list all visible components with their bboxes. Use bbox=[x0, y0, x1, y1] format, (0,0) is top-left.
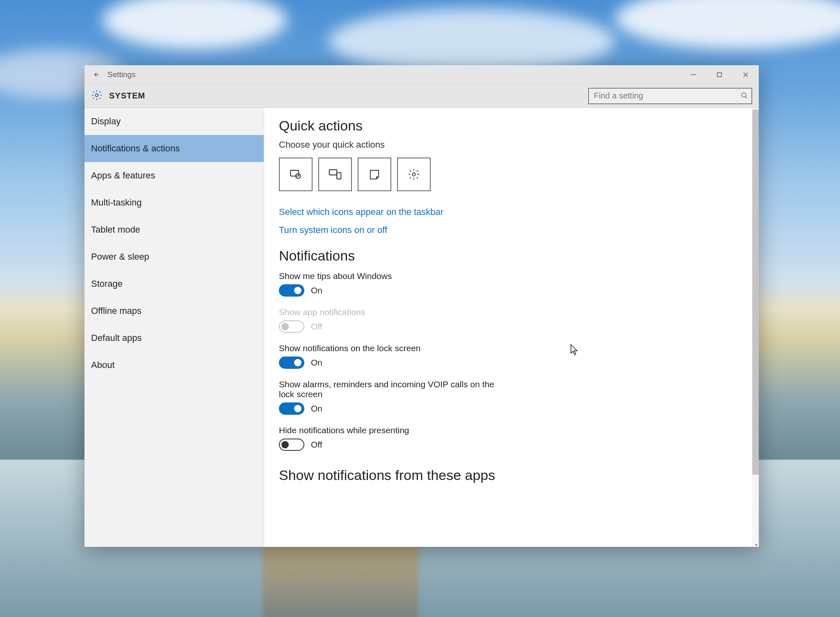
notifications-heading: Notifications bbox=[279, 248, 744, 264]
link-taskbar-icons[interactable]: Select which icons appear on the taskbar bbox=[279, 207, 744, 217]
breadcrumb: SYSTEM bbox=[109, 91, 145, 101]
settings-window: Settings SYSTEM Dis bbox=[84, 65, 759, 547]
toggle-app-notifications bbox=[279, 320, 304, 333]
window-controls bbox=[680, 65, 759, 84]
quick-action-tablet-mode[interactable] bbox=[279, 158, 313, 191]
search-wrap bbox=[588, 88, 752, 104]
sidebar-item-label: Offline maps bbox=[91, 306, 142, 316]
sidebar-item-multi-tasking[interactable]: Multi-tasking bbox=[84, 189, 264, 216]
maximize-button[interactable] bbox=[706, 65, 733, 84]
content-pane: Quick actions Choose your quick actions … bbox=[264, 108, 759, 547]
subheader: SYSTEM bbox=[84, 84, 759, 108]
sidebar-item-label: Tablet mode bbox=[91, 224, 140, 235]
scrollbar-thumb[interactable] bbox=[752, 110, 759, 475]
search-icon bbox=[741, 92, 748, 101]
sidebar-item-label: Storage bbox=[91, 279, 123, 289]
apps-notifications-heading: Show notifications from these apps bbox=[279, 467, 744, 483]
setting-app-notifications: Show app notifications Off bbox=[279, 307, 744, 333]
setting-lock-screen-notifications: Show notifications on the lock screen On bbox=[279, 343, 744, 369]
sidebar-item-label: Power & sleep bbox=[91, 251, 149, 262]
sidebar-item-display[interactable]: Display bbox=[84, 108, 264, 135]
setting-tips: Show me tips about Windows On bbox=[279, 271, 744, 297]
quick-action-note[interactable] bbox=[358, 158, 391, 191]
sidebar-item-apps-features[interactable]: Apps & features bbox=[84, 162, 264, 189]
setting-label: Show app notifications bbox=[279, 307, 509, 317]
sidebar: Display Notifications & actions Apps & f… bbox=[84, 108, 264, 547]
svg-line-6 bbox=[745, 96, 747, 98]
svg-point-11 bbox=[412, 173, 415, 176]
titlebar: Settings bbox=[84, 65, 759, 84]
setting-label: Show notifications on the lock screen bbox=[279, 343, 509, 353]
toggle-state-text: On bbox=[311, 286, 322, 295]
svg-point-4 bbox=[96, 94, 98, 96]
quick-action-connect[interactable] bbox=[318, 158, 352, 191]
scroll-down-icon[interactable]: ▾ bbox=[755, 542, 758, 547]
search-input[interactable] bbox=[588, 88, 752, 104]
svg-rect-10 bbox=[337, 173, 341, 179]
back-button[interactable] bbox=[88, 65, 106, 84]
link-system-icons[interactable]: Turn system icons on or off bbox=[279, 225, 744, 235]
toggle-hide-presenting[interactable] bbox=[279, 439, 304, 451]
svg-rect-9 bbox=[329, 170, 337, 175]
sidebar-item-default-apps[interactable]: Default apps bbox=[84, 324, 264, 352]
sidebar-item-label: Default apps bbox=[91, 333, 142, 343]
setting-label: Hide notifications while presenting bbox=[279, 425, 509, 435]
sidebar-item-tablet-mode[interactable]: Tablet mode bbox=[84, 216, 264, 243]
sidebar-item-label: Display bbox=[91, 116, 121, 127]
quick-action-all-settings[interactable] bbox=[397, 158, 431, 191]
quick-actions-tiles bbox=[279, 158, 744, 191]
minimize-button[interactable] bbox=[680, 65, 706, 84]
setting-label: Show alarms, reminders and incoming VOIP… bbox=[279, 379, 509, 399]
scrollbar-track[interactable]: ▴ ▾ bbox=[752, 108, 759, 547]
close-button[interactable] bbox=[733, 65, 759, 84]
cloud-decoration bbox=[615, 0, 840, 49]
sidebar-item-power-sleep[interactable]: Power & sleep bbox=[84, 243, 264, 270]
svg-rect-7 bbox=[290, 170, 299, 176]
toggle-alarms-voip[interactable] bbox=[279, 402, 304, 415]
quick-actions-subtext: Choose your quick actions bbox=[279, 139, 744, 150]
cloud-decoration bbox=[103, 0, 287, 49]
sidebar-item-label: Notifications & actions bbox=[91, 143, 180, 154]
sidebar-item-about[interactable]: About bbox=[84, 352, 264, 379]
toggle-state-text: Off bbox=[311, 322, 322, 331]
setting-label: Show me tips about Windows bbox=[279, 271, 509, 281]
sidebar-item-offline-maps[interactable]: Offline maps bbox=[84, 297, 264, 324]
toggle-lock-screen[interactable] bbox=[279, 356, 304, 369]
toggle-tips[interactable] bbox=[279, 284, 304, 297]
sidebar-item-label: About bbox=[91, 360, 115, 370]
cloud-decoration bbox=[328, 8, 615, 74]
svg-point-5 bbox=[742, 93, 746, 97]
app-title: Settings bbox=[107, 70, 136, 79]
sidebar-item-storage[interactable]: Storage bbox=[84, 270, 264, 297]
sidebar-item-label: Apps & features bbox=[91, 170, 155, 181]
svg-rect-1 bbox=[717, 73, 721, 77]
sidebar-item-label: Multi-tasking bbox=[91, 197, 142, 208]
reflection-decoration bbox=[262, 546, 418, 617]
setting-hide-presenting: Hide notifications while presenting Off bbox=[279, 425, 744, 451]
toggle-state-text: On bbox=[311, 358, 322, 368]
toggle-state-text: Off bbox=[311, 440, 322, 450]
quick-actions-heading: Quick actions bbox=[279, 118, 744, 134]
setting-alarms-voip: Show alarms, reminders and incoming VOIP… bbox=[279, 379, 744, 415]
gear-icon bbox=[91, 89, 103, 103]
toggle-state-text: On bbox=[311, 404, 322, 414]
sidebar-item-notifications-actions[interactable]: Notifications & actions bbox=[84, 135, 264, 162]
